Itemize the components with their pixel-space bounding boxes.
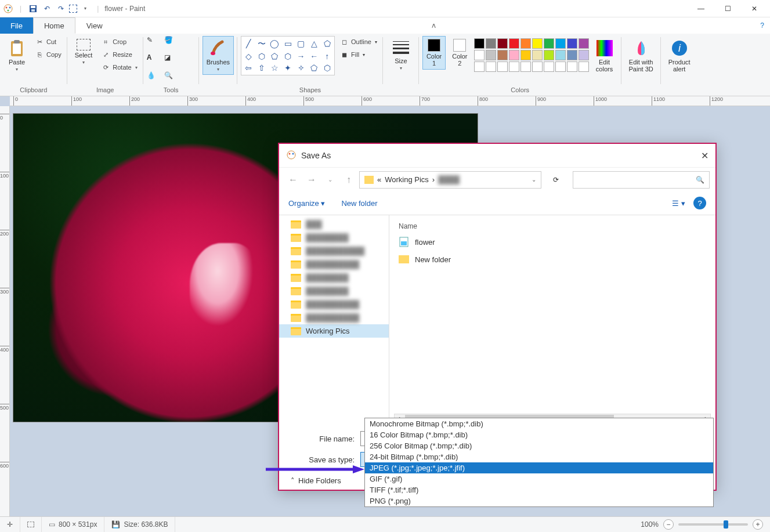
dialog-close-button[interactable]: ✕ xyxy=(701,150,708,161)
cut-button[interactable]: ✂Cut xyxy=(32,36,64,48)
eraser-icon[interactable]: ◪ xyxy=(164,53,179,68)
redo-icon[interactable]: ↷ xyxy=(55,3,67,15)
color-swatch[interactable] xyxy=(497,61,508,72)
magnifier-icon[interactable]: 🔍 xyxy=(164,71,179,86)
file-row[interactable]: New folder xyxy=(399,251,706,268)
color-swatch[interactable] xyxy=(509,38,519,49)
color-swatch[interactable] xyxy=(520,38,531,49)
color-swatch[interactable] xyxy=(474,38,485,49)
color-swatch[interactable] xyxy=(567,38,577,49)
color-swatch[interactable] xyxy=(555,61,566,72)
color-swatch[interactable] xyxy=(555,38,566,49)
nav-back-button[interactable]: ← xyxy=(285,172,301,188)
pencil-icon[interactable]: ✎ xyxy=(147,36,162,51)
chevron-down-icon[interactable]: ⌄ xyxy=(532,176,536,183)
shapes-gallery[interactable]: ╱〜◯▭▢△⬠ ◇⬡⬠⬡→←↑ ⇦⇧☆✦✧⬠⬡ xyxy=(241,36,335,75)
color-swatch[interactable] xyxy=(520,61,531,72)
color-swatch[interactable] xyxy=(509,50,519,60)
paste-button[interactable]: Paste ▾ xyxy=(3,36,30,75)
qat-dropdown-icon[interactable]: ▾ xyxy=(79,3,91,15)
file-row[interactable]: flower xyxy=(399,233,706,251)
filetype-option[interactable]: 256 Color Bitmap (*.bmp;*.dib) xyxy=(365,440,713,451)
bucket-icon[interactable]: 🪣 xyxy=(164,36,179,51)
nav-forward-button[interactable]: → xyxy=(303,172,320,188)
nav-up-button[interactable]: ↑ xyxy=(341,172,357,188)
filetype-option[interactable]: GIF (*.gif) xyxy=(365,473,713,484)
color-swatch[interactable] xyxy=(474,50,485,60)
maximize-button[interactable]: ☐ xyxy=(714,0,741,17)
color-swatch[interactable] xyxy=(555,50,566,60)
zoom-value: 100% xyxy=(641,520,659,529)
filetype-option[interactable]: Monochrome Bitmap (*.bmp;*.dib) xyxy=(365,418,713,429)
file-list[interactable]: Name flowerNew folder ‹ › xyxy=(389,215,715,425)
copy-button[interactable]: ⎘Copy xyxy=(32,49,64,60)
tab-file[interactable]: File xyxy=(0,17,33,34)
crop-button[interactable]: ⌗Crop xyxy=(99,36,139,48)
filetype-option[interactable]: 24-bit Bitmap (*.bmp;*.dib) xyxy=(365,451,713,462)
color-swatch[interactable] xyxy=(486,38,496,49)
close-button[interactable]: ✕ xyxy=(741,0,768,17)
hide-folders-button[interactable]: ˄Hide Folders xyxy=(291,476,341,485)
color-swatch[interactable] xyxy=(486,61,496,72)
color-swatch[interactable] xyxy=(532,38,543,49)
tab-view[interactable]: View xyxy=(75,17,114,34)
filetype-option[interactable]: JPEG (*.jpg;*.jpeg;*.jpe;*.jfif) xyxy=(365,462,713,473)
color-swatch[interactable] xyxy=(486,50,496,60)
column-name-header[interactable]: Name xyxy=(399,220,706,233)
tab-home[interactable]: Home xyxy=(33,17,75,34)
brushes-button[interactable]: Brushes ▾ xyxy=(203,36,234,75)
filetype-option[interactable]: PNG (*.png) xyxy=(365,495,713,506)
outline-button[interactable]: ◻Outline▾ xyxy=(337,36,379,48)
undo-icon[interactable]: ↶ xyxy=(41,3,53,15)
color-swatch[interactable] xyxy=(497,38,508,49)
dialog-help-button[interactable]: ? xyxy=(693,197,706,209)
help-icon[interactable]: ? xyxy=(754,17,770,34)
color-swatch[interactable] xyxy=(520,50,531,60)
zoom-in-button[interactable]: + xyxy=(753,519,763,530)
color2-button[interactable]: Color 2 xyxy=(448,36,471,70)
color-swatch[interactable] xyxy=(544,50,554,60)
ribbon-collapse-icon[interactable]: ʌ xyxy=(426,17,442,34)
color-swatch[interactable] xyxy=(509,61,519,72)
color-swatch[interactable] xyxy=(497,50,508,60)
nav-recent-button[interactable]: ⌄ xyxy=(322,172,338,188)
color-swatch[interactable] xyxy=(544,61,554,72)
resize-button[interactable]: ⤢Resize xyxy=(99,49,139,60)
color-swatch[interactable] xyxy=(532,50,543,60)
color-palette[interactable] xyxy=(474,36,589,72)
text-icon[interactable]: A xyxy=(147,53,162,68)
color-swatch[interactable] xyxy=(579,38,589,49)
fill-button[interactable]: ◼Fill▾ xyxy=(337,49,379,60)
view-menu[interactable]: ☰ ▾ xyxy=(672,199,685,208)
edit-colors-button[interactable]: Edit colors xyxy=(591,36,618,75)
save-icon[interactable] xyxy=(27,3,39,15)
organize-menu[interactable]: Organize ▾ xyxy=(288,199,325,208)
folder-tree[interactable]: ███ ████████ ███████████ ██████████ ████… xyxy=(279,215,389,425)
zoom-slider[interactable] xyxy=(678,523,748,526)
filetype-label: Save as type: xyxy=(291,455,355,464)
search-input[interactable]: 🔍 xyxy=(573,171,710,189)
color-swatch[interactable] xyxy=(532,61,543,72)
color-swatch[interactable] xyxy=(579,61,589,72)
color-swatch[interactable] xyxy=(567,50,577,60)
color-swatch[interactable] xyxy=(544,38,554,49)
select-button[interactable]: Select ▾ xyxy=(71,36,97,68)
select-qat-icon[interactable] xyxy=(69,5,77,13)
new-folder-button[interactable]: New folder xyxy=(341,199,377,208)
color-swatch[interactable] xyxy=(567,61,577,72)
size-button[interactable]: Size ▾ xyxy=(386,36,415,74)
picker-icon[interactable]: 💧 xyxy=(147,71,162,86)
filetype-option[interactable]: TIFF (*.tif;*.tiff) xyxy=(365,484,713,495)
color1-button[interactable]: Color 1 xyxy=(422,36,446,70)
minimize-button[interactable]: — xyxy=(688,0,714,17)
refresh-button[interactable]: ⟳ xyxy=(547,171,565,189)
zoom-out-button[interactable]: − xyxy=(663,519,674,530)
rotate-button[interactable]: ⟳Rotate▾ xyxy=(99,61,139,73)
color-swatch[interactable] xyxy=(579,50,589,60)
address-bar[interactable]: « Working Pics › ████ ⌄ xyxy=(359,171,541,189)
product-alert-button[interactable]: i Product alert xyxy=(664,36,695,75)
filetype-dropdown[interactable]: Monochrome Bitmap (*.bmp;*.dib)16 Color … xyxy=(364,418,714,507)
paint3d-button[interactable]: Edit with Paint 3D xyxy=(625,36,657,75)
filetype-option[interactable]: 16 Color Bitmap (*.bmp;*.dib) xyxy=(365,429,713,440)
color-swatch[interactable] xyxy=(474,61,485,72)
